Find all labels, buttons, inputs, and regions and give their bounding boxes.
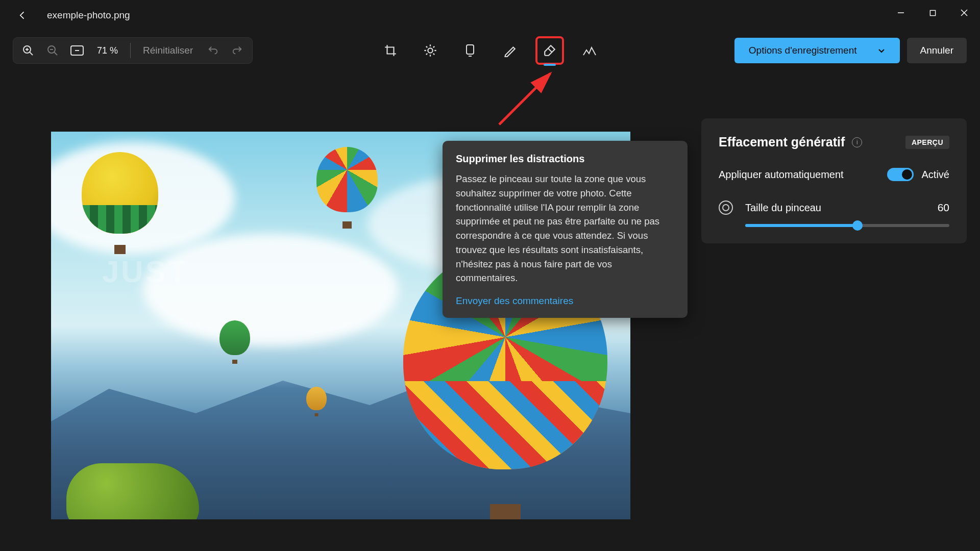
title-bar: exemple-photo.png bbox=[0, 0, 980, 31]
markup-tool[interactable] bbox=[500, 40, 520, 61]
filter-tool[interactable] bbox=[460, 40, 480, 61]
annotation-arrow bbox=[494, 63, 560, 130]
svg-line-18 bbox=[426, 46, 427, 47]
toggle-state: Activé bbox=[922, 169, 949, 181]
redo-icon[interactable] bbox=[230, 43, 245, 58]
svg-rect-1 bbox=[930, 10, 935, 15]
action-buttons: Options d'enregistrement Annuler bbox=[734, 38, 967, 63]
svg-line-20 bbox=[426, 54, 427, 55]
divider bbox=[130, 43, 131, 58]
erase-tool[interactable] bbox=[540, 40, 560, 61]
feedback-link[interactable]: Envoyer des commentaires bbox=[456, 295, 573, 306]
auto-apply-toggle[interactable] bbox=[887, 168, 914, 181]
generative-erase-panel: Effacement génératif i APERÇU Appliquer … bbox=[701, 118, 967, 243]
brush-size-slider[interactable] bbox=[745, 224, 949, 227]
svg-line-24 bbox=[548, 48, 552, 53]
minimize-button[interactable] bbox=[885, 0, 917, 26]
watermark-text: JUST bbox=[102, 254, 188, 289]
brush-size-label: Taille du pinceau bbox=[745, 202, 925, 214]
svg-rect-22 bbox=[467, 45, 474, 54]
cancel-button[interactable]: Annuler bbox=[907, 38, 967, 63]
zoom-toolbar: 71 % Réinitialiser bbox=[13, 38, 252, 63]
zoom-out-icon[interactable] bbox=[45, 43, 60, 58]
zoom-percent: 71 % bbox=[94, 45, 121, 56]
brush-size-value: 60 bbox=[938, 202, 949, 214]
back-button[interactable] bbox=[13, 6, 32, 24]
chevron-down-icon bbox=[877, 46, 886, 55]
zoom-in-icon[interactable] bbox=[20, 43, 36, 58]
background-tool[interactable] bbox=[579, 40, 600, 61]
undo-icon[interactable] bbox=[205, 43, 220, 58]
reset-button[interactable]: Réinitialiser bbox=[140, 45, 196, 56]
cancel-label: Annuler bbox=[920, 45, 954, 56]
panel-title: Effacement génératif bbox=[719, 135, 845, 149]
edit-tools bbox=[380, 38, 600, 63]
maximize-button[interactable] bbox=[917, 0, 948, 26]
svg-line-9 bbox=[54, 52, 57, 55]
svg-line-25 bbox=[499, 73, 550, 124]
window-controls bbox=[885, 0, 980, 26]
close-button[interactable] bbox=[948, 0, 980, 26]
auto-apply-label: Appliquer automatiquement bbox=[719, 169, 887, 181]
tooltip-title: Supprimer les distractions bbox=[456, 153, 674, 165]
adjust-tool[interactable] bbox=[420, 40, 440, 61]
tooltip-body: Passez le pinceau sur toute la zone que … bbox=[456, 172, 674, 285]
svg-line-5 bbox=[30, 52, 33, 55]
preview-badge: APERÇU bbox=[905, 136, 949, 149]
svg-point-13 bbox=[428, 48, 432, 53]
svg-line-19 bbox=[433, 54, 434, 55]
info-icon[interactable]: i bbox=[852, 137, 862, 147]
brush-size-icon bbox=[719, 201, 733, 215]
fit-icon[interactable] bbox=[69, 43, 85, 58]
save-options-label: Options d'enregistrement bbox=[749, 45, 857, 56]
crop-tool[interactable] bbox=[380, 40, 401, 61]
feature-tooltip: Supprimer les distractions Passez le pin… bbox=[443, 141, 688, 318]
toolbar: 71 % Réinitialiser bbox=[0, 31, 980, 71]
save-options-button[interactable]: Options d'enregistrement bbox=[734, 38, 900, 63]
svg-line-21 bbox=[433, 46, 434, 47]
filename: exemple-photo.png bbox=[47, 10, 130, 21]
